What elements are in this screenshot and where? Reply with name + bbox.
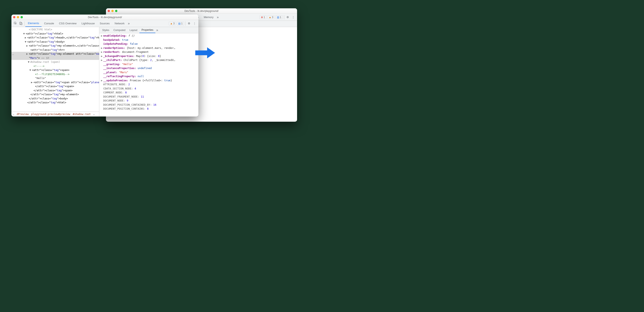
breadcrumb-item[interactable]: … — [93, 113, 95, 116]
tab-lighthouse[interactable]: Lighthouse — [79, 20, 97, 27]
minimize-icon[interactable] — [111, 10, 114, 12]
separator — [24, 22, 24, 26]
tab-memory[interactable]: Memory — [201, 14, 216, 21]
dom-row[interactable]: ▶<attr">class="tag">head>…</attr">class=… — [12, 36, 99, 40]
elements-pane[interactable]: ⋯ <!DOCTYPE html> ▼<attr">class="tag">ht… — [12, 27, 99, 116]
property-row[interactable]: CDATA_SECTION_NODE: 4 — [99, 87, 198, 91]
device-toggle-icon[interactable] — [18, 21, 24, 26]
dom-row[interactable]: <attr">class="tag">hr> — [12, 48, 99, 52]
dom-row[interactable]: <!--?lit$927534869$--> — [12, 72, 99, 76]
property-row[interactable]: __instanceProperties: undefined — [99, 66, 198, 70]
dom-row[interactable]: </attr">class="tag">body> — [12, 96, 99, 101]
subtab-styles[interactable]: Styles — [100, 27, 111, 33]
close-icon[interactable] — [13, 16, 15, 18]
gear-icon[interactable]: ⚙ — [186, 21, 192, 26]
close-icon[interactable] — [108, 10, 110, 12]
titlebar[interactable]: DevTools - lit.dev/playground/ — [106, 8, 297, 14]
tab-sources[interactable]: Sources — [97, 20, 112, 27]
dom-row[interactable]: "Mars"> == $0 — [12, 56, 99, 60]
message-badge[interactable]: ▤1 — [276, 15, 283, 19]
main-toolbar: ElementsConsoleCSS OverviewLighthouseSou… — [12, 20, 198, 27]
error-badge[interactable]: ⊗1 — [260, 15, 266, 19]
properties-pane[interactable]: ▶enableUpdating: f ()hasUpdated: trueisU… — [99, 33, 198, 116]
property-row[interactable]: isUpdatePending: false — [99, 42, 198, 46]
gutter-marker-icon: ⋯ — [12, 53, 14, 57]
dom-row[interactable]: ▼#shadow-root (open) — [12, 60, 99, 64]
tab-network[interactable]: Network — [112, 20, 127, 27]
inspect-icon[interactable] — [13, 21, 18, 26]
arrow-icon — [195, 47, 215, 59]
breadcrumb-item[interactable]: #shadow-root — [73, 113, 91, 116]
dom-row[interactable]: <!----> — [12, 64, 99, 68]
gear-icon[interactable]: ⚙ — [285, 15, 290, 20]
property-row[interactable]: ▶enableUpdating: f () — [99, 34, 198, 38]
dom-row[interactable]: ▶<attr">class="tag">my-element attr">cla… — [12, 52, 99, 56]
overflow-tabs-icon[interactable]: » — [127, 22, 130, 25]
dom-row[interactable]: <!DOCTYPE html> — [12, 28, 99, 32]
sidebar-pane: StylesComputedLayoutProperties » ▶enable… — [99, 27, 198, 116]
properties-subtabs: StylesComputedLayoutProperties » — [99, 27, 198, 33]
overflow-subtabs-icon[interactable]: » — [156, 28, 159, 32]
property-row[interactable]: __greeting: "Hello" — [99, 62, 198, 66]
dom-row[interactable]: ▼<attr">class="tag">body> — [12, 40, 99, 44]
property-row[interactable]: ▶renderRoot: document-fragment — [99, 50, 198, 54]
property-row[interactable]: ▶_$changedProperties: Map(0) {size: 0} — [99, 54, 198, 58]
separator — [284, 15, 284, 19]
zoom-icon[interactable] — [115, 10, 117, 12]
subtab-layout[interactable]: Layout — [128, 27, 140, 33]
dom-row[interactable]: </attr">class="tag">my-element> — [12, 92, 99, 96]
kebab-icon[interactable]: ⋮ — [290, 15, 296, 20]
property-row[interactable]: DOCUMENT_NODE: 9 — [99, 99, 198, 103]
message-badge[interactable]: ▤1 — [177, 22, 184, 25]
tab-elements[interactable]: Elements — [25, 20, 42, 27]
dom-row[interactable]: ▼<attr">class="tag">span> — [12, 68, 99, 72]
separator — [185, 22, 186, 26]
window-title: DevTools - lit.dev/playground/ — [12, 16, 198, 19]
breadcrumb[interactable]: …dPreviewplayground-preview#preview#shad… — [12, 111, 99, 116]
dom-row[interactable]: </attr">class="tag">span> — [12, 88, 99, 93]
property-row[interactable]: __reflectingProperty: null — [99, 74, 198, 78]
property-row[interactable]: ▶__childPart: ChildPart {type: 2, _$comm… — [99, 58, 198, 62]
property-row[interactable]: hasUpdated: true — [99, 38, 198, 42]
kebab-icon[interactable]: ⋮ — [192, 21, 197, 26]
dom-row[interactable]: ▼<attr">class="tag">html> — [12, 32, 99, 36]
property-row[interactable]: ATTRIBUTE_NODE: 2 — [99, 82, 198, 87]
property-row[interactable]: DOCUMENT_FRAGMENT_NODE: 11 — [99, 95, 198, 99]
tab-css-overview[interactable]: CSS Overview — [56, 20, 79, 27]
warning-badge[interactable]: ▲3 — [267, 15, 275, 19]
minimize-icon[interactable] — [17, 16, 19, 18]
dom-row[interactable]: </attr">class="tag">html> — [12, 100, 99, 105]
subtab-properties[interactable]: Properties — [140, 27, 156, 33]
property-row[interactable]: __planet: "Mars" — [99, 70, 198, 74]
dom-row[interactable]: ▶<attr">class="tag">span attr">class="pl… — [12, 80, 99, 84]
dom-row[interactable]: </attr">class="tag">span> — [12, 84, 99, 88]
property-row[interactable]: COMMENT_NODE: 8 — [99, 90, 198, 95]
breadcrumb-item[interactable]: dPreview — [16, 113, 29, 116]
dom-row[interactable]: ▶<attr">class="tag">my-element>…</attr">… — [12, 44, 99, 48]
property-row[interactable]: ▶renderOptions: {host: my-element.mars, … — [99, 46, 198, 50]
window-title: DevTools - lit.dev/playground/ — [106, 10, 297, 13]
devtools-window-left: DevTools - lit.dev/playground/ ElementsC… — [12, 15, 198, 116]
breadcrumb-item[interactable]: … — [13, 113, 14, 116]
titlebar[interactable]: DevTools - lit.dev/playground/ — [12, 15, 198, 20]
tab-console[interactable]: Console — [42, 20, 56, 27]
overflow-tabs-icon[interactable]: » — [216, 15, 220, 19]
breadcrumb-item[interactable]: playground-preview#preview — [31, 113, 70, 116]
svg-rect-5 — [21, 23, 22, 25]
zoom-icon[interactable] — [20, 16, 23, 18]
subtab-computed[interactable]: Computed — [111, 27, 128, 33]
dom-row[interactable]: "Hello" — [12, 76, 99, 80]
property-row[interactable]: DOCUMENT_POSITION_CONTAINS: 8 — [99, 107, 198, 111]
property-row[interactable]: DOCUMENT_POSITION_CONTAINED_BY: 16 — [99, 103, 198, 107]
property-row[interactable]: ▶__updatePromise: Promise {<fulfilled>: … — [99, 78, 198, 83]
warning-badge[interactable]: ▲3 — [169, 22, 176, 25]
